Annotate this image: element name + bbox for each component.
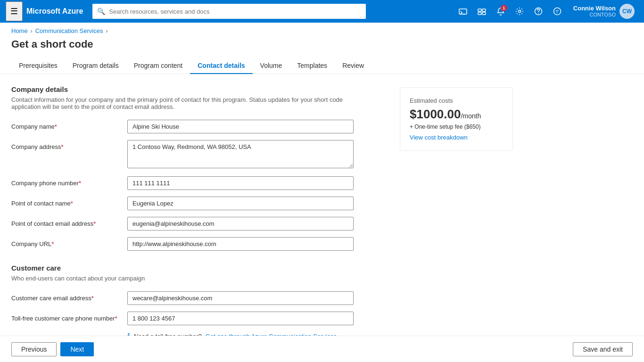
required-indicator: * — [93, 220, 96, 227]
company-name-label: Company name* — [11, 120, 120, 130]
contact-email-input[interactable] — [127, 217, 354, 230]
hamburger-menu-button[interactable]: ☰ — [6, 1, 23, 21]
svg-point-6 — [518, 10, 520, 13]
company-address-input-wrapper — [127, 140, 354, 170]
required-indicator: * — [71, 200, 73, 207]
topnav-icon-group: 1 — [454, 3, 566, 20]
svg-point-9 — [553, 8, 561, 15]
contact-name-input-wrapper — [127, 197, 354, 210]
company-phone-label: Company phone number* — [11, 176, 120, 187]
care-email-input-wrapper — [127, 291, 354, 305]
customer-care-desc: Who end-users can contact about your cam… — [11, 275, 351, 282]
contact-email-label: Point of contact email address* — [11, 217, 120, 227]
company-address-row: Company address* — [11, 140, 388, 170]
care-phone-input-wrapper — [127, 312, 354, 325]
required-indicator: * — [55, 123, 57, 130]
required-indicator: * — [91, 295, 94, 302]
required-indicator: * — [61, 143, 64, 150]
tab-program-details[interactable]: Program details — [65, 58, 126, 74]
cost-amount: $1000.00 — [410, 107, 461, 121]
contact-email-row: Point of contact email address* — [11, 217, 388, 230]
breadcrumb-home[interactable]: Home — [11, 27, 28, 34]
customer-care-section: Customer care Who end-users can contact … — [11, 264, 388, 341]
contact-email-input-wrapper — [127, 217, 354, 230]
tab-program-content[interactable]: Program content — [126, 58, 190, 74]
tab-volume[interactable]: Volume — [253, 58, 290, 74]
company-address-input[interactable] — [127, 140, 354, 168]
directory-button[interactable] — [473, 3, 490, 20]
cost-breakdown-link[interactable]: View cost breakdown — [410, 134, 468, 141]
tab-prerequisites[interactable]: Prerequisites — [11, 58, 65, 74]
cost-amount-row: $1000.00/month — [410, 107, 503, 122]
company-url-row: Company URL* — [11, 237, 388, 251]
svg-rect-0 — [459, 9, 467, 14]
company-name-input-wrapper — [127, 120, 354, 133]
required-indicator: * — [51, 240, 54, 247]
tabs-container: Prerequisites Program details Program co… — [0, 58, 644, 74]
top-navigation: ☰ Microsoft Azure 🔍 1 Connie Wilson CONT… — [0, 0, 644, 23]
company-url-input-wrapper — [127, 237, 354, 251]
feedback-button[interactable] — [549, 3, 566, 20]
care-email-row: Customer care email address* — [11, 291, 388, 305]
company-name-row: Company name* — [11, 120, 388, 133]
required-indicator: * — [115, 315, 117, 322]
contact-name-label: Point of contact name* — [11, 197, 120, 207]
company-phone-input[interactable] — [127, 176, 354, 190]
required-indicator: * — [79, 180, 81, 187]
notifications-button[interactable]: 1 — [492, 3, 509, 20]
cost-label: Estimated costs — [410, 97, 503, 104]
svg-rect-2 — [478, 9, 481, 11]
breadcrumb: Home › Communication Services › — [0, 23, 644, 36]
svg-rect-3 — [482, 9, 486, 11]
cost-onetime: + One-time setup fee ($650) — [410, 123, 503, 130]
company-url-label: Company URL* — [11, 237, 120, 247]
svg-rect-4 — [478, 12, 481, 15]
contact-name-input[interactable] — [127, 197, 354, 210]
company-address-label: Company address* — [11, 140, 120, 150]
care-phone-label: Toll-free customer care phone number* — [11, 312, 120, 322]
cost-panel: Estimated costs $1000.00/month + One-tim… — [400, 87, 513, 151]
company-name-input[interactable] — [127, 120, 354, 133]
tab-review[interactable]: Review — [335, 58, 372, 74]
search-icon: 🔍 — [97, 8, 105, 15]
bottom-left-buttons: Previous Next — [11, 342, 94, 353]
help-button[interactable] — [530, 3, 547, 20]
user-org: CONTOSO — [573, 12, 616, 18]
cost-period: /month — [461, 112, 481, 120]
previous-button[interactable]: Previous — [11, 342, 57, 353]
form-area: Company details Contact information for … — [11, 85, 388, 341]
page-title: Get a short code — [0, 36, 644, 58]
care-email-label: Customer care email address* — [11, 291, 120, 302]
care-email-input[interactable] — [127, 291, 354, 305]
company-phone-input-wrapper — [127, 176, 354, 190]
care-phone-input[interactable] — [127, 312, 354, 325]
search-bar: 🔍 — [92, 4, 366, 19]
settings-button[interactable] — [511, 3, 528, 20]
notification-badge: 1 — [501, 5, 507, 11]
company-phone-row: Company phone number* — [11, 176, 388, 190]
search-input[interactable] — [109, 8, 361, 15]
contact-name-row: Point of contact name* — [11, 197, 388, 210]
svg-point-8 — [538, 13, 539, 14]
next-button[interactable]: Next — [60, 342, 94, 353]
save-exit-button[interactable]: Save and exit — [573, 342, 633, 353]
company-details-desc: Contact information for your company and… — [11, 96, 351, 110]
svg-rect-5 — [482, 12, 486, 15]
tab-templates[interactable]: Templates — [289, 58, 335, 74]
breadcrumb-sep-2: › — [106, 28, 107, 34]
customer-care-title: Customer care — [11, 264, 388, 272]
user-name: Connie Wilson — [573, 5, 616, 12]
main-content: Company details Contact information for … — [0, 74, 644, 352]
user-profile-button[interactable]: Connie Wilson CONTOSO CW — [570, 2, 638, 21]
brand-name: Microsoft Azure — [26, 7, 83, 16]
company-details-title: Company details — [11, 85, 388, 93]
tab-contact-details[interactable]: Contact details — [190, 58, 252, 74]
company-url-input[interactable] — [127, 237, 354, 251]
bottom-bar: Previous Next Save and exit — [0, 336, 644, 352]
care-phone-row: Toll-free customer care phone number* — [11, 312, 388, 325]
avatar: CW — [619, 4, 635, 19]
cloud-shell-button[interactable] — [454, 3, 471, 20]
breadcrumb-service[interactable]: Communication Services — [35, 27, 103, 34]
breadcrumb-sep-1: › — [31, 28, 33, 34]
